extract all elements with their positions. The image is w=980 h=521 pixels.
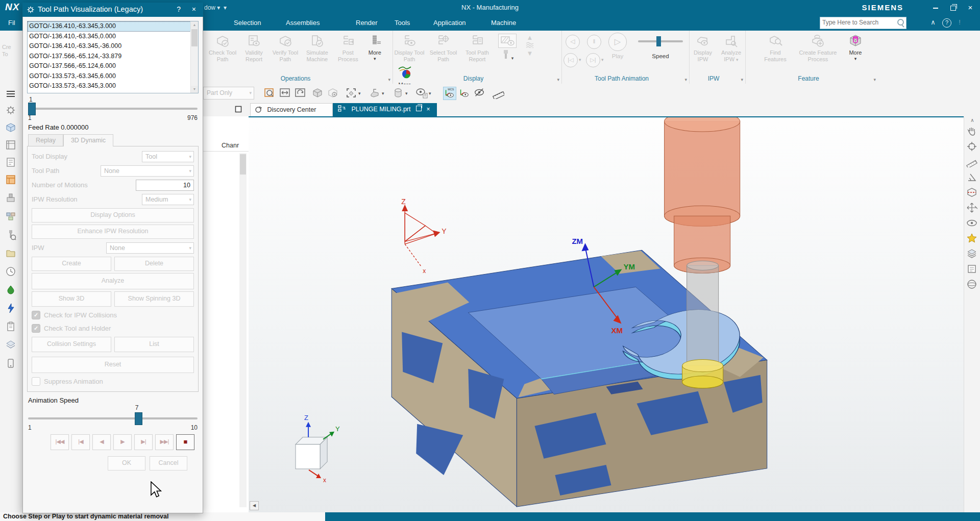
list-button[interactable]: List — [114, 337, 194, 352]
menu-file-partial[interactable]: Fil — [8, 15, 15, 27]
fit-view-icon[interactable] — [345, 87, 357, 99]
layers-stack-icon[interactable] — [966, 248, 978, 260]
view-triad-gizmo[interactable]: Z Y x — [296, 414, 340, 484]
hide-toggle-icon[interactable] — [474, 87, 486, 99]
tab-tools[interactable]: Tools — [395, 15, 410, 27]
operation-navigator-icon[interactable] — [5, 174, 17, 186]
scrollbar-thumb[interactable] — [240, 154, 246, 175]
graphics-viewport[interactable]: Z Y x ZM — [249, 116, 964, 513]
create-feature-process-button[interactable]: Create Feature Process — [793, 31, 842, 63]
reuse-library-icon[interactable] — [5, 247, 17, 260]
speed-slider-thumb[interactable] — [656, 36, 661, 46]
operations-more-button[interactable]: More▾ — [364, 31, 385, 62]
caret-down-icon[interactable]: ▾ — [382, 91, 384, 96]
solid-style-icon[interactable] — [392, 87, 404, 99]
play-reverse-button[interactable]: ◁ — [566, 35, 580, 49]
orient-view-icon[interactable] — [369, 87, 381, 99]
motion-slider[interactable] — [28, 108, 198, 110]
validity-report-button[interactable]: Validity Report — [239, 31, 268, 63]
fit-width-icon[interactable] — [279, 87, 291, 99]
list-scrollbar[interactable]: ▲ ▼ — [190, 21, 198, 93]
ipw-dropdown[interactable]: None▾ — [106, 242, 194, 254]
star-icon[interactable] — [966, 233, 978, 245]
checkbox-checked-icon[interactable]: ✓ — [32, 311, 40, 319]
display-ipw-button[interactable]: Display IPW — [690, 31, 716, 63]
check-ipw-collisions-row[interactable]: ✓ Check for IPW Collisions — [32, 309, 194, 321]
shortcuts-icon[interactable] — [5, 303, 17, 315]
assembly-navigator-icon[interactable] — [5, 122, 17, 134]
scrollbar-thumb[interactable] — [191, 29, 198, 46]
process-list-icon[interactable] — [5, 211, 17, 223]
move-down-icon[interactable]: ▼ — [522, 49, 537, 58]
caret-down-icon[interactable]: ▾ — [684, 77, 687, 82]
close-tab-icon[interactable]: × — [426, 106, 430, 113]
pan-hand-icon[interactable] — [966, 126, 978, 138]
tool-library-icon[interactable] — [5, 229, 17, 241]
checkbox-unchecked-icon[interactable] — [32, 377, 40, 386]
analyze-ipw-button[interactable]: Analyze IPW ▾ — [718, 31, 744, 63]
search-input[interactable] — [820, 17, 895, 28]
goto-list-item[interactable]: GOTO/-137.566,-65.124,6.000 — [28, 61, 198, 71]
caret-down-icon[interactable]: ▾ — [358, 91, 361, 96]
tab-discovery-center[interactable]: Discovery Center — [250, 103, 333, 117]
minimize-ribbon-icon[interactable]: ∧ — [929, 18, 937, 26]
stop-button[interactable]: ■ — [176, 434, 194, 450]
crosshair-icon[interactable] — [966, 141, 978, 153]
command-finder[interactable] — [820, 17, 906, 29]
render-style-icon[interactable] — [327, 87, 339, 99]
show-spinning-3d-button[interactable]: Show Spinning 3D — [114, 291, 194, 307]
go-to-start-button[interactable]: |◀◀ — [51, 434, 69, 450]
pause-button[interactable]: ‖ — [587, 35, 601, 49]
gear-icon[interactable] — [5, 105, 17, 117]
angle-icon[interactable] — [966, 171, 978, 184]
caret-down-icon[interactable]: ▾ — [579, 57, 581, 62]
caret-down-icon[interactable]: ▾ — [557, 77, 559, 82]
machine-navigator-icon[interactable] — [5, 192, 17, 205]
wcs-triad[interactable]: Z Y x — [401, 197, 447, 275]
sphere-icon[interactable] — [966, 279, 978, 291]
dialog-titlebar[interactable]: Tool Path Visualization (Legacy) ? × — [22, 3, 203, 17]
shaded-view-icon[interactable] — [311, 87, 324, 99]
rail-scroll-up-icon[interactable]: ∧ — [964, 117, 980, 123]
motion-slider-thumb[interactable] — [28, 103, 36, 115]
scroll-up-icon[interactable]: ▲ — [191, 21, 198, 29]
animation-speed-slider[interactable] — [28, 417, 198, 419]
materials-icon[interactable] — [5, 284, 17, 296]
display-tool-path-button[interactable]: Display Tool Path — [394, 31, 425, 63]
ruler-icon[interactable] — [492, 87, 504, 99]
tool-path-dropdown[interactable]: None▾ — [101, 165, 194, 177]
tab-part-file[interactable]: PLUNGE MILING.prt × — [333, 103, 437, 116]
check-tool-path-button[interactable]: Check Tool Path — [208, 31, 237, 63]
collision-settings-button[interactable]: Collision Settings — [32, 337, 111, 352]
tab-replay[interactable]: Replay — [28, 134, 63, 146]
cancel-button[interactable]: Cancel — [150, 456, 187, 470]
dialog-close-button[interactable]: × — [192, 3, 196, 16]
go-to-start-button[interactable]: |◁ — [564, 53, 578, 67]
rotate-view-icon[interactable] — [294, 87, 306, 99]
analyze-button[interactable]: Analyze — [32, 273, 194, 289]
menu-hamburger-icon[interactable] — [5, 88, 17, 101]
tool-path-report-button[interactable]: Tool Path Report — [461, 31, 493, 63]
tab-machine[interactable]: Machine — [491, 15, 516, 27]
goto-list-item[interactable]: GOTO/-136.410,-63.345,0.000 — [28, 32, 198, 42]
selection-scope-dropdown[interactable]: Part Only▾ — [203, 87, 254, 100]
layers-icon[interactable] — [525, 42, 534, 48]
post-process-button[interactable]: Post Process — [334, 31, 362, 63]
step-forward-button[interactable]: ▶ — [113, 434, 132, 450]
delete-button[interactable]: Delete — [114, 257, 194, 271]
move-object-icon[interactable] — [966, 202, 978, 214]
window-menu-partial[interactable]: dow ▾ ▾ — [204, 4, 227, 11]
tag-note-icon[interactable] — [966, 263, 978, 276]
constraint-navigator-icon[interactable] — [5, 139, 17, 152]
go-to-end-button[interactable]: ▶▶| — [155, 434, 174, 450]
animation-speed-thumb[interactable] — [135, 412, 142, 425]
speed-slider[interactable] — [638, 40, 683, 42]
goto-list-item[interactable]: GOTO/-137.566,-65.124,-33.879 — [28, 52, 198, 62]
move-up-icon[interactable]: ▲ — [522, 34, 537, 42]
help-icon[interactable]: ? — [942, 18, 951, 28]
caret-down-icon[interactable]: ▾ — [388, 77, 390, 82]
caret-down-icon[interactable]: ▾ — [741, 77, 743, 82]
enhance-ipw-resolution-button[interactable]: Enhance IPW Resolution — [32, 225, 194, 239]
number-of-motions-input[interactable] — [136, 180, 194, 191]
window-icon[interactable] — [235, 106, 242, 113]
